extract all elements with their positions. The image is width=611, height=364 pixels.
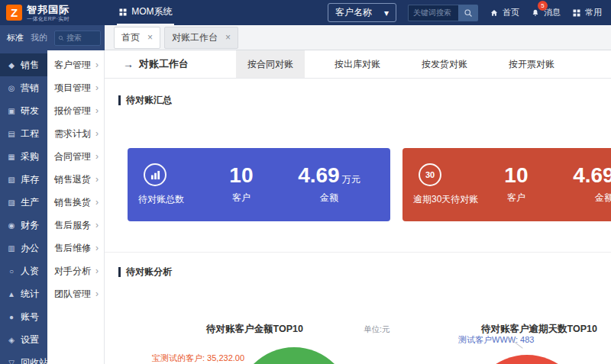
submenu-label: 销售退货 [54,173,91,186]
sidebar-search-input[interactable] [66,34,97,42]
sidebar-item-production[interactable]: ▨ 生产 [0,191,47,214]
marketing-icon: ◎ [7,84,16,92]
nav-favorites[interactable]: 常用 [572,7,602,18]
bar-chart-icon [144,163,166,186]
customer-count-stat: 10 客户 [229,165,253,205]
sidebar-item-hr[interactable]: ○ 人资 [0,259,47,282]
tab-reconciliation-workbench[interactable]: 对账工作台 × [164,27,238,49]
sidebar-item-label: 账号 [21,311,39,324]
chevron-right-icon: › [95,151,99,162]
submenu-item-sales-exchange[interactable]: 销售换货 › [47,191,104,214]
submenu-item-quotation-mgmt[interactable]: 报价管理 › [47,99,104,122]
sidebar-tab-standard[interactable]: 标准 [7,32,24,43]
customer-count-value: 10 [504,165,528,186]
sidebar-item-statistics[interactable]: ▲ 统计 [0,282,47,305]
tab-by-outbound[interactable]: 按出库对账 [323,50,392,78]
home-icon [490,8,499,18]
chevron-right-icon: › [95,220,99,230]
submenu-item-competitor-analysis[interactable]: 对手分析 › [47,259,104,282]
sidebar-item-recycle-bin[interactable]: ▽ 回收站 [0,351,47,364]
summary-section-title: 待对账汇总 [126,94,172,107]
submenu-item-sales-return[interactable]: 销售退货 › [47,168,104,191]
analysis-section: 待对账分析 [105,252,611,279]
summary-section-header: 待对账汇总 [118,79,611,107]
sidebar-item-finance[interactable]: ◉ 财务 [0,214,47,237]
submenu-label: 客户管理 [54,59,91,72]
close-icon[interactable]: × [225,32,231,43]
sidebar-item-office[interactable]: ▥ 办公 [0,237,47,259]
sidebar-item-sales[interactable]: ◆ 销售 [0,53,47,76]
submenu-label: 售后服务 [54,219,91,232]
engineering-icon: ▤ [7,130,16,138]
office-icon: ▥ [7,244,16,253]
procurement-icon: ▦ [7,153,16,161]
nav-messages[interactable]: 消息 5 [531,7,561,18]
submenu-item-customer-mgmt[interactable]: 客户管理 › [47,53,104,76]
submenu-item-after-sales-service[interactable]: 售后服务 › [47,214,104,237]
inventory-icon: ▧ [7,176,16,184]
submenu-item-contract-mgmt[interactable]: 合同管理 › [47,145,104,168]
chart-titles-row: 待对账客户金额TOP10 单位:元 待对账客户逾期天数TOP10 [105,323,611,335]
submenu-item-after-sales-repair[interactable]: 售后维修 › [47,237,104,259]
hr-icon: ○ [7,267,16,275]
pending-total-card: 待对账总数 10 客户 4.69万元 金额 [128,148,390,221]
submenu-item-project-mgmt[interactable]: 项目管理 › [47,76,104,99]
workbench-content: 待对账汇总 待对账总数 10 客户 [105,79,611,364]
sidebar-item-inventory[interactable]: ▧ 库存 [0,168,47,191]
tab-by-contract[interactable]: 按合同对账 [236,50,305,78]
chevron-right-icon: › [95,105,99,116]
mom-system-tab[interactable]: MOM系统 [117,0,173,25]
chevron-right-icon: › [95,82,99,93]
sidebar-item-label: 营销 [21,82,39,95]
customer-name-dropdown[interactable]: 客户名称 ▾ [328,3,396,22]
amount-stat: 4.69万元 金额 [573,165,611,205]
left-chart-unit: 单位:元 [364,324,390,335]
settings-icon: ◈ [7,336,16,344]
brand-name: 智邦国际 [27,5,70,14]
production-icon: ▨ [7,198,16,207]
submenu-label: 合同管理 [54,150,91,163]
sidebar-item-procurement[interactable]: ▦ 采购 [0,145,47,168]
statistics-icon: ▲ [7,290,16,298]
sidebar-item-label: 回收站 [21,356,48,364]
tab-by-invoice[interactable]: 按开票对账 [497,50,566,78]
close-icon[interactable]: × [147,32,153,43]
sidebar-item-label: 办公 [21,242,39,255]
search-button[interactable] [458,5,478,21]
brand-logo[interactable]: Z [6,5,22,21]
submenu-item-demand-plan[interactable]: 需求计划 › [47,122,104,145]
sidebar-item-settings[interactable]: ◈ 设置 [0,328,47,351]
tab-label: 对账工作台 [172,31,218,44]
sidebar-item-marketing[interactable]: ◎ 营销 [0,76,47,99]
sidebar-tab-mine[interactable]: 我的 [31,32,47,43]
sidebar-item-engineering[interactable]: ▤ 工程 [0,122,47,145]
sidebar-item-label: 人资 [21,265,39,278]
sidebar-search[interactable] [54,31,101,46]
submenu-item-team-mgmt[interactable]: 团队管理 › [47,282,104,305]
chevron-right-icon: › [95,60,99,70]
sidebar-item-label: 生产 [21,196,39,209]
tab-by-shipment[interactable]: 按发货对账 [410,50,479,78]
submenu-label: 对手分析 [54,265,91,278]
analysis-section-title: 待对账分析 [126,266,172,279]
recycle-bin-icon: ▽ [7,359,16,364]
keyword-search-group [408,5,478,21]
chevron-right-icon: › [95,243,99,253]
submenu-label: 团队管理 [54,288,91,301]
submenu-label: 售后维修 [54,242,91,255]
nav-home[interactable]: 首页 [490,7,519,18]
sidebar-item-account[interactable]: ● 账号 [0,305,47,328]
section-marker [118,267,121,277]
amount-top10-pie-chart [237,347,351,364]
chevron-right-icon: › [95,266,99,276]
tab-home[interactable]: 首页 × [114,27,160,49]
keyword-search-input[interactable] [408,5,458,21]
brand-tagline: 一体化ERP·实时 [27,16,70,21]
sidebar-item-rnd[interactable]: ▣ 研发 [0,99,47,122]
amount-value: 4.69 [298,163,340,187]
sales-icon: ◆ [7,61,16,69]
submenu-label: 报价管理 [54,105,91,118]
rnd-icon: ▣ [7,107,16,115]
workbench-toolbar: → 对账工作台 按合同对账 按出库对账 按发货对账 按开票对账 [105,50,611,79]
sidebar-item-label: 销售 [21,59,39,72]
